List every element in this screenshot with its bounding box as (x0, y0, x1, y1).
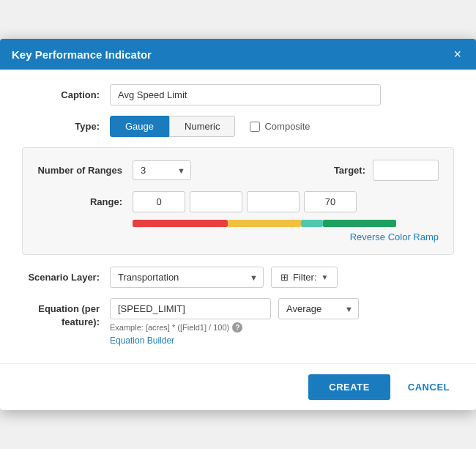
equation-input[interactable] (110, 298, 271, 319)
create-button[interactable]: CREATE (308, 374, 390, 400)
range-input-1[interactable] (133, 191, 185, 212)
composite-checkbox[interactable] (250, 122, 260, 132)
close-button[interactable]: × (450, 48, 464, 61)
range-input-2[interactable] (190, 191, 242, 212)
filter-layers-icon: ⊞ (280, 272, 289, 283)
target-label: Target: (334, 165, 365, 176)
caption-label: Caption: (22, 89, 110, 100)
caption-input[interactable] (110, 84, 381, 105)
number-of-ranges-label: Number of Ranges (37, 165, 133, 176)
color-bar-green (323, 220, 396, 227)
color-bar-red (133, 220, 228, 227)
filter-arrow-icon: ▼ (321, 273, 329, 281)
range-input-4[interactable] (304, 191, 357, 212)
kpi-dialog: Key Performance Indicator × Caption: Typ… (0, 39, 476, 410)
dialog-header: Key Performance Indicator × (0, 39, 476, 70)
reverse-color-ramp-link[interactable]: Reverse Color Ramp (350, 231, 439, 242)
range-label: Range: (37, 196, 133, 207)
ranges-section: Number of Ranges 1 2 3 4 5 ▼ Target: Ran… (22, 147, 454, 255)
filter-label: Filter: (293, 272, 317, 283)
number-of-ranges-select-wrap: 1 2 3 4 5 ▼ (133, 160, 191, 180)
type-row: Type: Gauge Numeric Composite (22, 116, 454, 137)
type-label: Type: (22, 121, 110, 132)
equation-builder-link[interactable]: Equation Builder (110, 335, 174, 346)
numeric-button[interactable]: Numeric (169, 116, 235, 137)
filter-button[interactable]: ⊞ Filter: ▼ (271, 267, 338, 288)
help-icon[interactable]: ? (232, 322, 242, 333)
scenario-select-wrap: Transportation ▼ (110, 267, 264, 288)
equation-example: Example: [acres] * ([Field1] / 100) ? (110, 322, 271, 333)
color-bar-row (133, 220, 439, 227)
equation-controls: Example: [acres] * ([Field1] / 100) ? Eq… (110, 298, 359, 346)
aggregate-select[interactable]: Average Sum Min Max Count (278, 298, 359, 319)
scenario-layer-select[interactable]: Transportation (110, 267, 264, 288)
caption-row: Caption: (22, 84, 454, 105)
aggregate-select-wrap: Average Sum Min Max Count ▼ (278, 298, 359, 319)
range-row: Range: (37, 191, 439, 212)
dialog-title: Key Performance Indicator (12, 48, 152, 61)
composite-label: Composite (264, 121, 310, 132)
range-input-3[interactable] (247, 191, 300, 212)
dialog-body: Caption: Type: Gauge Numeric Composite N… (0, 70, 476, 363)
gauge-button[interactable]: Gauge (110, 116, 169, 137)
reverse-color-ramp-row: Reverse Color Ramp (37, 231, 439, 242)
scenario-layer-row: Scenario Layer: Transportation ▼ ⊞ Filte… (22, 267, 454, 288)
range-inputs (133, 191, 357, 212)
color-bar-cyan (301, 220, 323, 227)
number-of-ranges-select[interactable]: 1 2 3 4 5 (133, 160, 191, 180)
target-input[interactable] (373, 160, 439, 181)
equation-label: Equation (per feature): (22, 298, 110, 329)
cancel-button[interactable]: CANCEL (396, 374, 461, 400)
scenario-layer-label: Scenario Layer: (22, 272, 110, 283)
color-bar-yellow (228, 220, 301, 227)
dialog-footer: CREATE CANCEL (0, 363, 476, 410)
equation-example-text: Example: [acres] * ([Field1] / 100) (110, 323, 229, 332)
number-of-ranges-row: Number of Ranges 1 2 3 4 5 ▼ Target: (37, 160, 439, 181)
type-buttons: Gauge Numeric (110, 116, 235, 137)
equation-row: Equation (per feature): Example: [acres]… (22, 298, 454, 346)
composite-wrap: Composite (250, 121, 310, 132)
equation-right: Example: [acres] * ([Field1] / 100) ? Eq… (110, 298, 271, 346)
